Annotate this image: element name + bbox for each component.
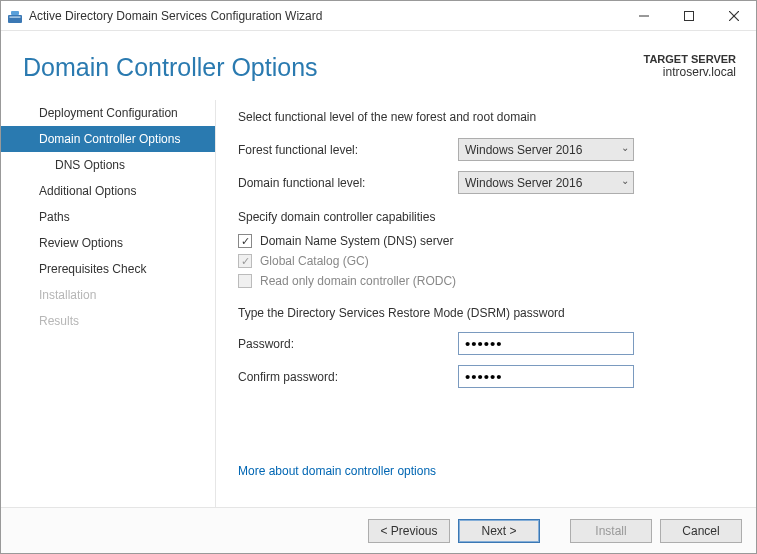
target-server-label: TARGET SERVER [644, 53, 737, 65]
confirm-password-input[interactable] [458, 365, 634, 388]
rodc-checkbox-label: Read only domain controller (RODC) [260, 274, 456, 288]
maximize-button[interactable] [666, 1, 711, 31]
close-button[interactable] [711, 1, 756, 31]
target-server-block: TARGET SERVER introserv.local [644, 53, 737, 79]
dsrm-label: Type the Directory Services Restore Mode… [238, 306, 732, 320]
sidebar-item-paths[interactable]: Paths [1, 204, 215, 230]
header: Domain Controller Options TARGET SERVER … [1, 31, 756, 100]
gc-checkbox-label: Global Catalog (GC) [260, 254, 369, 268]
domain-level-value: Windows Server 2016 [465, 176, 582, 190]
minimize-button[interactable] [621, 1, 666, 31]
forest-level-label: Forest functional level: [238, 143, 458, 157]
forest-level-select[interactable]: Windows Server 2016 ⌄ [458, 138, 634, 161]
footer: < Previous Next > Install Cancel [1, 507, 756, 553]
rodc-checkbox [238, 274, 252, 288]
install-button: Install [570, 519, 652, 543]
previous-button[interactable]: < Previous [368, 519, 450, 543]
rodc-checkbox-row: Read only domain controller (RODC) [238, 274, 732, 288]
dns-checkbox[interactable]: ✓ [238, 234, 252, 248]
domain-level-select[interactable]: Windows Server 2016 ⌄ [458, 171, 634, 194]
sidebar-item-additional-options[interactable]: Additional Options [1, 178, 215, 204]
svg-rect-1 [11, 11, 19, 15]
wizard-window: Active Directory Domain Services Configu… [0, 0, 757, 554]
password-label: Password: [238, 337, 458, 351]
domain-level-label: Domain functional level: [238, 176, 458, 190]
app-icon [7, 8, 23, 24]
window-title: Active Directory Domain Services Configu… [29, 9, 322, 23]
sidebar-item-prerequisites-check[interactable]: Prerequisites Check [1, 256, 215, 282]
functional-level-intro: Select functional level of the new fores… [238, 110, 732, 124]
svg-rect-2 [10, 16, 21, 17]
gc-checkbox-row: ✓ Global Catalog (GC) [238, 254, 732, 268]
sidebar-item-domain-controller-options[interactable]: Domain Controller Options [1, 126, 215, 152]
sidebar-item-dns-options[interactable]: DNS Options [1, 152, 215, 178]
body: Deployment ConfigurationDomain Controlle… [1, 100, 756, 507]
confirm-password-label: Confirm password: [238, 370, 458, 384]
svg-rect-4 [684, 11, 693, 20]
sidebar: Deployment ConfigurationDomain Controlle… [1, 100, 216, 507]
forest-level-row: Forest functional level: Windows Server … [238, 138, 732, 161]
content-pane: Select functional level of the new fores… [216, 100, 756, 507]
sidebar-item-results: Results [1, 308, 215, 334]
cancel-button[interactable]: Cancel [660, 519, 742, 543]
password-input[interactable] [458, 332, 634, 355]
chevron-down-icon: ⌄ [621, 142, 629, 153]
target-server-value: introserv.local [644, 65, 737, 79]
sidebar-item-deployment-configuration[interactable]: Deployment Configuration [1, 100, 215, 126]
sidebar-item-installation: Installation [1, 282, 215, 308]
svg-rect-0 [8, 15, 22, 23]
titlebar: Active Directory Domain Services Configu… [1, 1, 756, 31]
chevron-down-icon: ⌄ [621, 175, 629, 186]
more-about-link[interactable]: More about domain controller options [238, 464, 436, 478]
next-button[interactable]: Next > [458, 519, 540, 543]
forest-level-value: Windows Server 2016 [465, 143, 582, 157]
confirm-password-row: Confirm password: [238, 365, 732, 388]
dns-checkbox-row: ✓ Domain Name System (DNS) server [238, 234, 732, 248]
page-title: Domain Controller Options [23, 53, 644, 82]
gc-checkbox: ✓ [238, 254, 252, 268]
capabilities-label: Specify domain controller capabilities [238, 210, 732, 224]
domain-level-row: Domain functional level: Windows Server … [238, 171, 732, 194]
sidebar-item-review-options[interactable]: Review Options [1, 230, 215, 256]
dns-checkbox-label: Domain Name System (DNS) server [260, 234, 453, 248]
password-row: Password: [238, 332, 732, 355]
